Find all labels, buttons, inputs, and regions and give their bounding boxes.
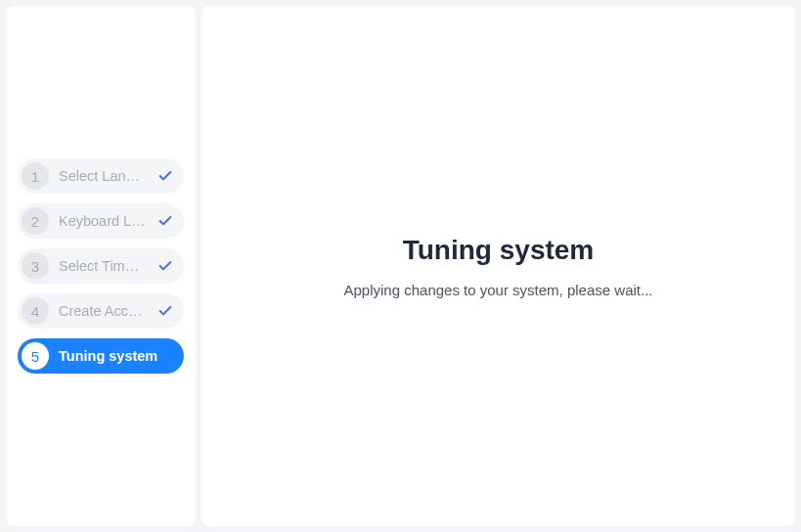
step-number-badge: 1	[22, 162, 49, 190]
step-number-badge: 2	[22, 207, 49, 235]
step-number-badge: 3	[22, 252, 49, 280]
step-select-language: 1 Select Langu…	[18, 158, 184, 194]
app-container: 1 Select Langu… 2 Keyboard La… 3 Select …	[0, 0, 801, 532]
step-label: Select Timez…	[59, 258, 147, 274]
check-icon	[156, 212, 174, 230]
check-icon	[156, 167, 174, 185]
check-icon	[156, 257, 174, 275]
step-select-timezone: 3 Select Timez…	[18, 248, 184, 284]
page-title: Tuning system	[403, 235, 595, 266]
main-content: Tuning system Applying changes to your s…	[201, 6, 795, 526]
setup-steps-sidebar: 1 Select Langu… 2 Keyboard La… 3 Select …	[6, 6, 196, 526]
step-label: Create Accou…	[59, 303, 147, 319]
step-label: Keyboard La…	[59, 213, 147, 229]
step-tuning-system: 5 Tuning system	[18, 338, 184, 374]
step-number-badge: 5	[22, 342, 49, 370]
check-icon	[156, 302, 174, 320]
step-label: Tuning system	[59, 348, 174, 364]
step-keyboard-layout: 2 Keyboard La…	[18, 203, 184, 239]
status-message: Applying changes to your system, please …	[344, 282, 653, 298]
step-number-badge: 4	[22, 297, 49, 325]
step-create-account: 4 Create Accou…	[18, 293, 184, 329]
step-label: Select Langu…	[59, 168, 147, 184]
